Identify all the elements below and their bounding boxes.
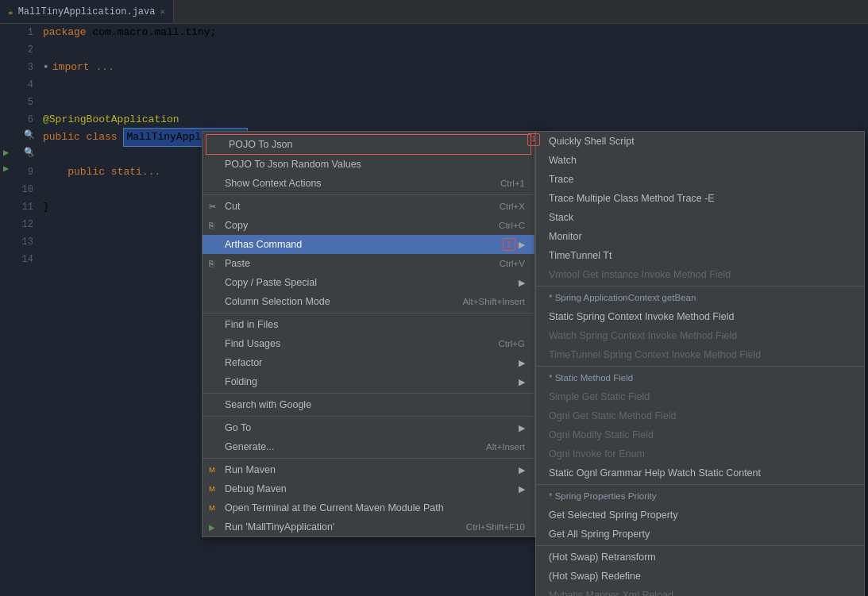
submenu-label-static-ognl-grammar: Static Ognl Grammar Help Watch Static Co…: [549, 467, 761, 479]
annotation-springboot: @SpringBootApplication: [43, 111, 179, 129]
menu-label-copy: Copy: [225, 220, 248, 231]
menu-label-search-google: Search with Google: [225, 399, 311, 410]
submenu-label-ognl-modify-static: Ognl Modify Static Field: [549, 429, 654, 440]
separator-1: [203, 194, 534, 195]
submenu-ognl-invoke-enum[interactable]: Ognl Invoke for Enum: [536, 444, 864, 463]
menu-item-find-files[interactable]: Find in Files: [203, 315, 534, 334]
submenu-label-monitor: Monitor: [549, 231, 582, 242]
submenu-get-all-property[interactable]: Get All Spring Property: [536, 525, 864, 544]
menu-item-generate[interactable]: Generate... Alt+Insert: [203, 437, 534, 456]
separator-4: [203, 416, 534, 417]
submenu-label-hot-swap-redefine: (Hot Swap) Redefine: [549, 571, 641, 582]
code-line-6: @SpringBootApplication: [43, 111, 524, 129]
submenu-label-hot-swap-retransform: (Hot Swap) Retransform: [549, 552, 656, 563]
submenu-stack[interactable]: Stack: [536, 208, 864, 227]
menu-item-run-maven[interactable]: M Run Maven ▶: [203, 460, 534, 479]
submenu-ognl-get-static[interactable]: Ognl Get Static Method Field: [536, 406, 864, 425]
submenu-label-quickly-shell: Quickly Shell Script: [549, 136, 635, 147]
menu-label-generate: Generate...: [225, 441, 275, 452]
menu-item-column-mode[interactable]: Column Selection Mode Alt+Shift+Insert: [203, 292, 534, 311]
submenu-label-get-all-property: Get All Spring Property: [549, 529, 650, 540]
menu-label-pojo-json-random: POJO To Json Random Values: [225, 159, 361, 170]
tab-close-button[interactable]: ✕: [160, 6, 165, 17]
submenu-label-simple-get-static: Simple Get Static Field: [549, 391, 650, 402]
submenu-hot-swap-retransform[interactable]: (Hot Swap) Retransform: [536, 548, 864, 567]
run-icon-1[interactable]: ▶: [3, 147, 9, 159]
submenu-label-ognl-get-static: Ognl Get Static Method Field: [549, 410, 677, 421]
menu-item-show-context[interactable]: Show Context Actions Ctrl+1: [203, 174, 534, 193]
run-maven-icon: M: [209, 466, 215, 474]
menu-label-arthas: Arthas Command: [225, 239, 302, 250]
submenu-mybatis-reload[interactable]: Mybatis Mapper Xml Reload: [536, 586, 864, 596]
menu-item-pojo-json-random[interactable]: POJO To Json Random Values: [203, 155, 534, 174]
arthas-badge: 2: [503, 238, 515, 251]
debug-maven-icon: M: [209, 485, 215, 493]
paste-icon: ⎘: [209, 259, 214, 268]
submenu-label-trace: Trace: [549, 174, 574, 185]
submenu-label-get-selected-property: Get Selected Spring Property: [549, 509, 678, 521]
pojo-json-bordered: POJO To Json: [206, 134, 531, 155]
menu-label-show-context: Show Context Actions: [225, 178, 322, 189]
file-tab[interactable]: ☕ MallTinyApplication.java ✕: [0, 0, 174, 23]
menu-label-cut: Cut: [225, 201, 240, 212]
menu-label-find-usages: Find Usages: [225, 338, 280, 349]
run-icon-2[interactable]: ▶: [3, 163, 9, 175]
submenu-simple-get-static[interactable]: Simple Get Static Field: [536, 387, 864, 406]
menu-label-go-to: Go To: [225, 422, 251, 433]
submenu-sep-2: [536, 366, 864, 367]
submenu-quickly-shell[interactable]: Quickly Shell Script: [536, 132, 864, 151]
submenu-static-spring-context[interactable]: Static Spring Context Invoke Method Fiel…: [536, 307, 864, 326]
shortcut-copy: Ctrl+C: [499, 221, 525, 230]
shortcut-cut: Ctrl+X: [500, 202, 525, 211]
menu-label-open-terminal: Open Terminal at the Current Maven Modul…: [225, 502, 444, 513]
submenu-label-ognl-invoke-enum: Ognl Invoke for Enum: [549, 448, 645, 459]
submenu-sep-4: [536, 545, 864, 546]
line-numbers: 1 2 3 4 5 6 7 8 9 10 11 12 13 14: [0, 24, 40, 596]
menu-item-folding[interactable]: Folding ▶: [203, 372, 534, 391]
menu-item-pojo-json[interactable]: POJO To Json: [206, 135, 530, 154]
search-gutter-icon: 🔍: [24, 129, 35, 140]
submenu-hot-swap-redefine[interactable]: (Hot Swap) Redefine: [536, 567, 864, 586]
submenu-get-selected-property[interactable]: Get Selected Spring Property: [536, 506, 864, 525]
left-gutter-icons-2: ▶: [3, 163, 9, 175]
menu-item-copy[interactable]: ⎘ Copy Ctrl+C: [203, 216, 534, 235]
menu-item-copy-paste-special[interactable]: Copy / Paste Special ▶: [203, 273, 534, 292]
pojo-badge-1: 1: [523, 133, 540, 146]
submenu-timetunnel-tt[interactable]: TimeTunnel Tt: [536, 246, 864, 265]
submenu-section-label-spring-properties: * Spring Properties Priority: [549, 491, 657, 501]
menu-item-open-terminal[interactable]: M Open Terminal at the Current Maven Mod…: [203, 498, 534, 517]
submenu-label-vmtool-get: Vmtool Get Instance Invoke Method Field: [549, 269, 731, 280]
submenu-vmtool-get[interactable]: Vmtool Get Instance Invoke Method Field: [536, 265, 864, 284]
run-maven-arrow: ▶: [519, 465, 525, 475]
menu-item-go-to[interactable]: Go To ▶: [203, 418, 534, 437]
java-file-icon: ☕: [8, 6, 14, 17]
code-line-4: [43, 76, 524, 94]
context-menu: POJO To Json POJO To Json Random Values …: [202, 131, 535, 537]
shortcut-generate: Alt+Insert: [486, 442, 525, 452]
submenu-trace-multiple[interactable]: Trace Multiple Class Method Trace -E: [536, 189, 864, 208]
submenu-trace[interactable]: Trace: [536, 170, 864, 189]
submenu-watch[interactable]: Watch: [536, 151, 864, 170]
submenu-watch-spring-context[interactable]: Watch Spring Context Invoke Method Field: [536, 326, 864, 345]
submenu-timetunnel-spring[interactable]: TimeTunnel Spring Context Invoke Method …: [536, 345, 864, 364]
menu-item-search-google[interactable]: Search with Google: [203, 395, 534, 414]
menu-item-debug-maven[interactable]: M Debug Maven ▶: [203, 479, 534, 498]
submenu-ognl-modify-static[interactable]: Ognl Modify Static Field: [536, 425, 864, 444]
menu-item-find-usages[interactable]: Find Usages Ctrl+G: [203, 334, 534, 353]
submenu-label-static-spring-context: Static Spring Context Invoke Method Fiel…: [549, 311, 734, 322]
arthas-submenu: Quickly Shell Script Watch Trace Trace M…: [535, 131, 865, 596]
submenu-monitor[interactable]: Monitor: [536, 227, 864, 246]
menu-item-refactor[interactable]: Refactor ▶: [203, 353, 534, 372]
submenu-static-ognl-grammar[interactable]: Static Ognl Grammar Help Watch Static Co…: [536, 463, 864, 483]
menu-item-run-app[interactable]: ▶ Run 'MallTinyApplication' Ctrl+Shift+F…: [203, 517, 534, 536]
menu-item-arthas[interactable]: Arthas Command 2 ▶: [203, 235, 534, 254]
submenu-section-spring-getbean: * Spring ApplicationContext getBean: [536, 288, 864, 307]
menu-item-cut[interactable]: ✂ Cut Ctrl+X: [203, 197, 534, 216]
menu-label-find-files: Find in Files: [225, 319, 278, 330]
separator-5: [203, 458, 534, 459]
submenu-label-watch-spring-context: Watch Spring Context Invoke Method Field: [549, 330, 737, 341]
menu-label-folding: Folding: [225, 376, 257, 387]
tab-filename: MallTinyApplication.java: [18, 6, 156, 17]
menu-item-paste[interactable]: ⎘ Paste Ctrl+V: [203, 254, 534, 273]
go-to-arrow: ▶: [519, 423, 525, 433]
